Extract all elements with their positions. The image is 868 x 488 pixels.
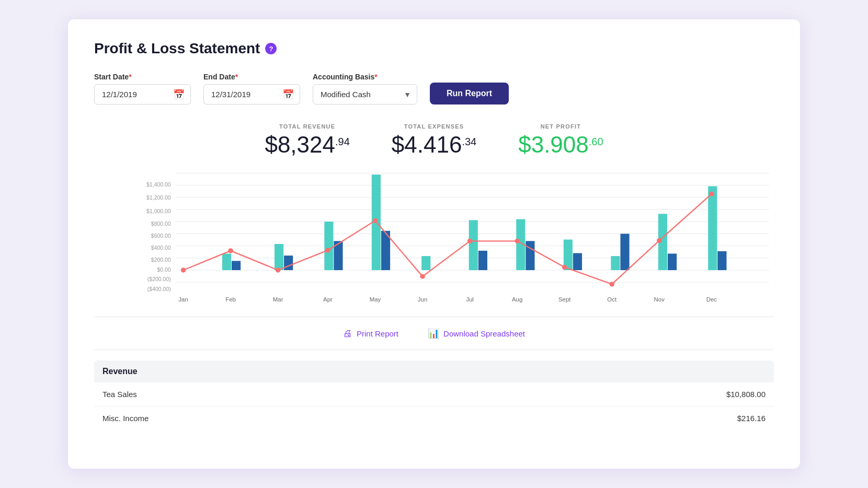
total-expenses-main: $4.416 (392, 132, 462, 158)
bar-feb-expenses (232, 261, 241, 270)
run-report-button[interactable]: Run Report (430, 83, 509, 104)
svg-text:($200.00): ($200.00) (147, 276, 171, 282)
total-revenue-cents: .94 (335, 136, 350, 148)
page-title: Profit & Loss Statement (94, 40, 260, 57)
svg-text:($400.00): ($400.00) (147, 286, 171, 292)
end-date-label: End Date* (203, 73, 300, 81)
help-icon[interactable]: ? (265, 43, 277, 54)
bar-nov-expenses (668, 253, 677, 270)
net-profit-cents: .60 (589, 136, 603, 148)
line-dot-apr (325, 248, 330, 252)
line-dot-jan (181, 268, 186, 272)
print-label: Print Report (357, 329, 398, 338)
bar-jul-revenue (469, 220, 478, 270)
chart-area: $1,600.00 $1,400.00 $1,200.00 $1,000.00 … (94, 168, 774, 306)
line-dot-sept (562, 265, 567, 270)
total-revenue-block: TOTAL REVENUE $8,324.94 (265, 123, 349, 158)
svg-text:Feb: Feb (225, 296, 236, 303)
total-expenses-block: TOTAL EXPENSES $4.416.34 (392, 123, 476, 158)
net-profit-value: $3.908.60 (518, 132, 603, 158)
line-dot-aug (515, 239, 520, 243)
total-expenses-label: TOTAL EXPENSES (392, 123, 476, 130)
bar-feb-revenue (222, 253, 231, 270)
svg-text:$1,000.00: $1,000.00 (146, 208, 171, 214)
line-dot-dec (709, 192, 714, 196)
bar-sept-expenses (573, 253, 582, 271)
table-section-title: Revenue (102, 367, 138, 376)
start-date-group: Start Date* 📅 (94, 73, 191, 104)
row-name: Misc. Income (102, 414, 149, 423)
download-icon: 📊 (428, 328, 439, 339)
svg-text:$200.00: $200.00 (151, 257, 171, 263)
line-dot-oct (609, 282, 614, 286)
start-date-label: Start Date* (94, 73, 191, 81)
line-dot-nov (657, 238, 662, 243)
total-revenue-value: $8,324.94 (265, 132, 349, 158)
svg-text:$1,400.00: $1,400.00 (146, 182, 171, 188)
total-expenses-cents: .34 (462, 136, 476, 148)
bar-mar-revenue (275, 244, 283, 270)
start-date-input[interactable] (94, 84, 191, 104)
line-dot-feb (228, 248, 233, 253)
basis-group: Accounting Basis* Modified Cash Cash Acc… (313, 73, 417, 104)
svg-text:$800.00: $800.00 (151, 221, 171, 227)
total-expenses-value: $4.416.34 (392, 132, 476, 158)
chart-svg: $1,600.00 $1,400.00 $1,200.00 $1,000.00 … (136, 168, 774, 304)
line-dot-jul (467, 239, 473, 243)
svg-text:$400.00: $400.00 (151, 245, 171, 251)
page-container: Profit & Loss Statement ? Start Date* 📅 … (68, 19, 800, 469)
bar-apr-revenue (324, 222, 333, 270)
row-name: Tea Sales (102, 390, 137, 399)
svg-text:$0.00: $0.00 (157, 267, 170, 273)
svg-text:Jul: Jul (466, 296, 474, 303)
basis-label: Accounting Basis* (313, 73, 417, 81)
start-date-wrapper: 📅 (94, 84, 191, 104)
svg-text:$600.00: $600.00 (151, 233, 171, 239)
line-dot-may (373, 218, 378, 223)
download-spreadsheet-button[interactable]: 📊 Download Spreadsheet (424, 326, 529, 341)
svg-text:Aug: Aug (512, 296, 522, 303)
net-profit-line (184, 194, 712, 284)
svg-text:$1,200.00: $1,200.00 (146, 195, 171, 201)
net-profit-label: NET PROFIT (518, 123, 603, 130)
end-date-group: End Date* 📅 (203, 73, 300, 104)
bar-dec-revenue (708, 186, 717, 270)
revenue-table: Revenue Tea Sales $10,808.00 Misc. Incom… (94, 361, 774, 430)
bar-jun-revenue (421, 256, 430, 270)
table-row: Misc. Income $216.16 (94, 406, 774, 430)
bar-mar-expenses (284, 255, 293, 270)
basis-select[interactable]: Modified Cash Cash Accrual (313, 84, 417, 104)
basis-select-wrapper: Modified Cash Cash Accrual ▼ (313, 84, 417, 104)
bar-aug-expenses (526, 241, 534, 270)
svg-text:Jan: Jan (178, 296, 188, 303)
download-label: Download Spreadsheet (443, 329, 525, 338)
bar-dec-expenses (717, 251, 726, 270)
total-revenue-label: TOTAL REVENUE (265, 123, 349, 130)
table-header: Revenue (94, 361, 774, 382)
bar-oct-revenue (611, 256, 620, 270)
row-amount: $216.16 (737, 414, 766, 423)
row-amount: $10,808.00 (726, 390, 766, 399)
print-report-button[interactable]: 🖨 Print Report (339, 326, 403, 341)
svg-text:Mar: Mar (273, 296, 283, 303)
svg-text:Oct: Oct (607, 296, 617, 303)
svg-text:May: May (370, 296, 381, 303)
end-date-wrapper: 📅 (203, 84, 300, 104)
total-revenue-main: $8,324 (265, 132, 335, 158)
table-row: Tea Sales $10,808.00 (94, 382, 774, 406)
net-profit-main: $3.908 (518, 132, 589, 158)
bar-jul-expenses (478, 251, 487, 270)
line-dot-mar (276, 268, 281, 272)
bar-oct-expenses (620, 234, 629, 270)
line-dot-jun (420, 274, 425, 278)
svg-text:Dec: Dec (706, 296, 717, 303)
actions-row: 🖨 Print Report 📊 Download Spreadsheet (94, 317, 774, 350)
stats-row: TOTAL REVENUE $8,324.94 TOTAL EXPENSES $… (94, 123, 774, 158)
net-profit-block: NET PROFIT $3.908.60 (518, 123, 603, 158)
filter-form: Start Date* 📅 End Date* 📅 Accounting Bas… (94, 73, 774, 104)
end-date-input[interactable] (203, 84, 300, 104)
svg-text:Jun: Jun (418, 296, 427, 303)
svg-text:Sept: Sept (558, 296, 571, 303)
svg-text:Nov: Nov (654, 296, 665, 303)
print-icon: 🖨 (343, 328, 352, 339)
